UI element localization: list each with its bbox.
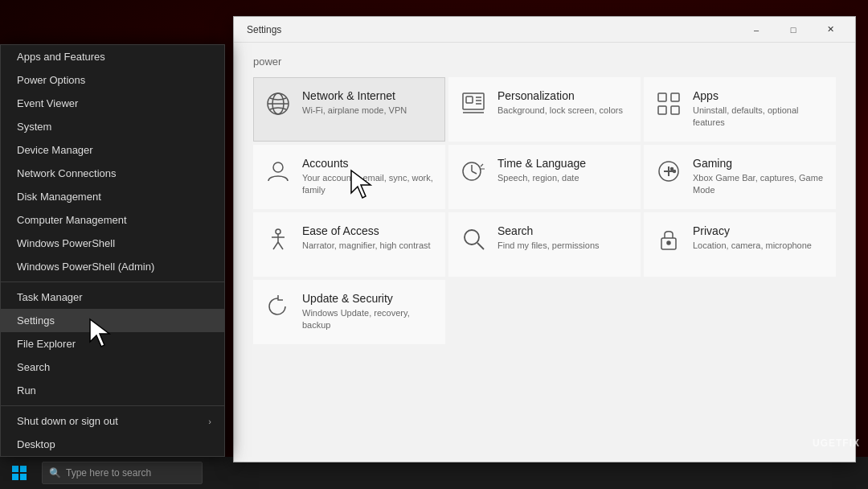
apps-icon	[654, 89, 683, 118]
watermark: UGETFIX	[813, 438, 860, 449]
tile-time-language-desc: Speech, region, date	[497, 172, 630, 184]
tile-update-security-text: Update & Security Windows Update, recove…	[302, 292, 435, 332]
tile-search-desc: Find my files, permissions	[497, 240, 630, 252]
context-menu: Apps and Features Power Options Event Vi…	[0, 44, 225, 457]
update-security-icon	[264, 292, 293, 321]
ease-access-icon	[264, 224, 293, 253]
settings-content: power Network & Internet Wi-Fi, airplane…	[234, 43, 855, 462]
window-titlebar: Settings – □ ✕	[234, 17, 855, 43]
separator-2	[1, 405, 224, 406]
tile-ease-access-desc: Narrator, magnifier, high contrast	[302, 240, 435, 252]
tile-time-language-text: Time & Language Speech, region, date	[497, 157, 630, 184]
tile-time-language[interactable]: Time & Language Speech, region, date	[448, 145, 641, 209]
tile-privacy-desc: Location, camera, microphone	[693, 240, 825, 252]
tile-apps-desc: Uninstall, defaults, optional features	[693, 105, 825, 129]
tile-personalization[interactable]: Personalization Background, lock screen,…	[448, 77, 641, 142]
tile-ease-access-text: Ease of Access Narrator, magnifier, high…	[302, 224, 435, 252]
start-button[interactable]	[0, 457, 39, 489]
tile-search[interactable]: Search Find my files, permissions	[448, 212, 641, 277]
svg-rect-34	[20, 474, 27, 480]
tile-ease-access-title: Ease of Access	[302, 224, 435, 237]
tile-update-security[interactable]: Update & Security Windows Update, recove…	[253, 280, 445, 344]
svg-point-18	[671, 168, 674, 171]
svg-rect-31	[12, 466, 18, 472]
tile-gaming-desc: Xbox Game Bar, captures, Game Mode	[693, 172, 825, 197]
tile-accounts[interactable]: Accounts Your accounts, email, sync, wor…	[253, 145, 445, 209]
menu-item-settings[interactable]: Settings	[1, 309, 224, 332]
menu-item-apps-features[interactable]: Apps and Features	[1, 45, 224, 68]
menu-item-desktop[interactable]: Desktop	[1, 433, 224, 456]
svg-point-13	[273, 162, 283, 172]
accounts-icon	[264, 157, 293, 186]
svg-point-20	[276, 229, 280, 234]
menu-item-shutdown[interactable]: Shut down or sign out ›	[1, 409, 224, 433]
menu-item-device-manager[interactable]: Device Manager	[1, 138, 224, 162]
svg-line-16	[472, 171, 477, 174]
menu-item-search[interactable]: Search	[1, 355, 224, 379]
scroll-hint: power	[253, 55, 836, 68]
menu-item-run[interactable]: Run	[1, 379, 224, 402]
tile-personalization-desc: Background, lock screen, colors	[497, 105, 630, 117]
tile-search-text: Search Find my files, permissions	[497, 224, 630, 252]
menu-item-network-connections[interactable]: Network Connections	[1, 162, 224, 185]
gaming-icon	[654, 157, 683, 186]
tile-gaming-title: Gaming	[693, 157, 825, 170]
menu-item-powershell[interactable]: Windows PowerShell	[1, 232, 224, 255]
taskbar-search-icon: 🔍	[49, 467, 61, 479]
tile-search-title: Search	[497, 224, 630, 237]
tile-network-desc: Wi-Fi, airplane mode, VPN	[302, 105, 435, 117]
menu-item-powershell-admin[interactable]: Windows PowerShell (Admin)	[1, 255, 224, 278]
svg-point-25	[465, 230, 479, 244]
svg-rect-11	[658, 106, 666, 114]
tile-update-security-title: Update & Security	[302, 292, 435, 305]
svg-point-28	[667, 241, 670, 244]
svg-line-23	[273, 242, 278, 249]
network-internet-icon	[264, 89, 293, 118]
menu-item-file-explorer[interactable]: File Explorer	[1, 332, 224, 355]
search-icon	[459, 224, 488, 253]
close-button[interactable]: ✕	[812, 17, 849, 43]
tile-gaming-text: Gaming Xbox Game Bar, captures, Game Mod…	[693, 157, 825, 197]
taskbar-search-box[interactable]: 🔍 Type here to search	[42, 462, 203, 484]
window-title: Settings	[247, 24, 281, 35]
svg-rect-9	[658, 93, 666, 101]
menu-item-disk-management[interactable]: Disk Management	[1, 185, 224, 208]
tile-network-internet[interactable]: Network & Internet Wi-Fi, airplane mode,…	[253, 77, 445, 142]
svg-point-19	[674, 171, 676, 173]
taskbar-search-text: Type here to search	[66, 467, 151, 479]
svg-rect-33	[12, 474, 18, 480]
tile-privacy-title: Privacy	[693, 224, 825, 237]
svg-rect-32	[20, 466, 27, 472]
tile-apps[interactable]: Apps Uninstall, defaults, optional featu…	[644, 77, 836, 142]
window-controls: – □ ✕	[738, 17, 849, 43]
tile-privacy-text: Privacy Location, camera, microphone	[693, 224, 825, 252]
tile-privacy[interactable]: Privacy Location, camera, microphone	[644, 212, 836, 277]
tile-accounts-title: Accounts	[302, 157, 435, 170]
privacy-icon	[654, 224, 683, 253]
svg-line-26	[477, 243, 484, 249]
time-language-icon	[459, 157, 488, 186]
svg-line-24	[278, 242, 283, 249]
tile-apps-text: Apps Uninstall, defaults, optional featu…	[693, 89, 825, 129]
tile-personalization-title: Personalization	[497, 89, 630, 102]
minimize-button[interactable]: –	[738, 17, 775, 43]
tile-time-language-title: Time & Language	[497, 157, 630, 170]
menu-item-computer-management[interactable]: Computer Management	[1, 208, 224, 232]
tile-network-title: Network & Internet	[302, 89, 435, 102]
menu-item-event-viewer[interactable]: Event Viewer	[1, 92, 224, 115]
windows-logo-icon	[12, 466, 27, 480]
tile-update-security-desc: Windows Update, recovery, backup	[302, 307, 435, 332]
settings-window: Settings – □ ✕ power	[233, 16, 856, 462]
chevron-right-icon: ›	[208, 417, 211, 426]
menu-item-task-manager[interactable]: Task Manager	[1, 286, 224, 309]
tile-gaming[interactable]: Gaming Xbox Game Bar, captures, Game Mod…	[644, 145, 836, 209]
tile-accounts-desc: Your accounts, email, sync, work, family	[302, 172, 435, 197]
svg-rect-10	[671, 93, 679, 101]
separator-1	[1, 281, 224, 282]
tile-ease-access[interactable]: Ease of Access Narrator, magnifier, high…	[253, 212, 445, 277]
tile-accounts-text: Accounts Your accounts, email, sync, wor…	[302, 157, 435, 197]
menu-item-power-options[interactable]: Power Options	[1, 68, 224, 92]
menu-item-system[interactable]: System	[1, 115, 224, 138]
settings-grid: Network & Internet Wi-Fi, airplane mode,…	[253, 77, 836, 344]
maximize-button[interactable]: □	[775, 17, 812, 43]
